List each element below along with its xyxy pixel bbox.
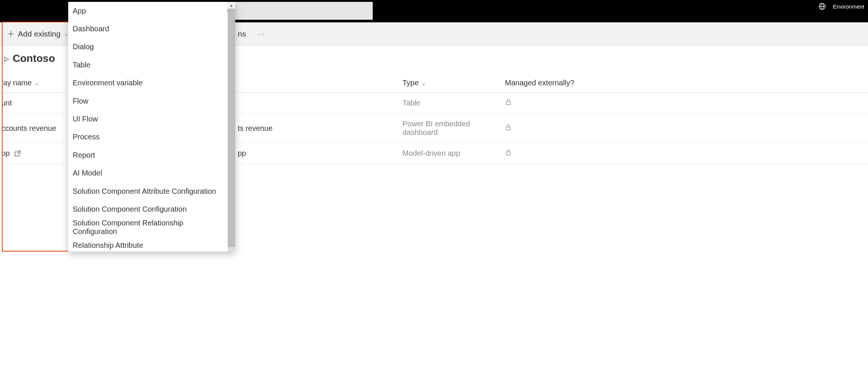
dropdown-item[interactable]: Report — [68, 146, 235, 164]
globe-icon — [818, 2, 826, 10]
dropdown-item-label: Flow — [73, 97, 88, 105]
scroll-up-arrow-icon[interactable]: ▲ — [228, 2, 235, 9]
dropdown-item[interactable]: Solution Component Relationship Configur… — [68, 218, 235, 236]
plus-icon — [7, 31, 14, 37]
row-managed-cell — [505, 149, 868, 158]
svg-rect-5 — [506, 102, 510, 105]
dropdown-item[interactable]: Relationship Attribute — [68, 236, 235, 252]
dropdown-item[interactable]: Dashboard — [68, 20, 235, 38]
chevron-down-icon: ⌄ — [422, 80, 426, 86]
dropdown-item-label: Dialog — [73, 42, 94, 51]
scrollbar-thumb[interactable] — [228, 9, 235, 247]
dropdown-item-label: UI Flow — [73, 115, 98, 123]
dropdown-item[interactable]: UI Flow — [68, 110, 235, 128]
dropdown-item[interactable]: Process — [68, 128, 235, 146]
dropdown-item-label: Report — [73, 151, 95, 159]
column-header-managed[interactable]: Managed externally? — [505, 79, 868, 87]
dropdown-item[interactable]: Table — [68, 56, 235, 74]
dropdown-item[interactable]: Solution Component Configuration — [68, 200, 235, 218]
lock-icon — [505, 124, 512, 131]
dropdown-item[interactable]: Solution Component Attribute Configurati… — [68, 182, 235, 200]
dropdown-item-label: Table — [73, 61, 91, 69]
dropdown-item-label: Solution Component Configuration — [73, 205, 187, 214]
row-name-text-right: ts revenue — [238, 124, 272, 133]
chevron-down-icon: ⌄ — [35, 80, 39, 86]
column-header-type[interactable]: Type ⌄ — [403, 79, 505, 87]
row-type-cell: Power BI embedded dashboard — [403, 120, 505, 137]
row-type-cell: Model-driven app — [403, 149, 505, 158]
dropdown-item-label: Process — [73, 133, 100, 141]
open-external-icon[interactable] — [14, 150, 21, 157]
dropdown-item-label: Environment variable — [73, 79, 143, 87]
svg-rect-7 — [506, 152, 510, 155]
add-existing-label: Add existing — [18, 29, 60, 38]
row-name-text-right: pp — [238, 149, 246, 158]
lock-icon — [505, 149, 512, 156]
row-managed-cell — [505, 99, 868, 107]
page-title: Contoso — [13, 53, 55, 64]
environment-indicator[interactable]: Environment — [818, 2, 864, 10]
dropdown-item-label: Solution Component Relationship Configur… — [73, 219, 228, 236]
add-existing-button[interactable]: Add existing ⌄ — [0, 22, 76, 45]
expand-triangle-icon[interactable]: ▷ — [4, 55, 9, 62]
row-managed-cell — [505, 124, 868, 133]
row-name-text: ccounts revenue — [1, 124, 56, 133]
dropdown-item-label: App — [73, 7, 86, 15]
search-area[interactable] — [235, 2, 373, 20]
dropdown-item[interactable]: Flow — [68, 92, 235, 110]
row-type-cell: Table — [403, 99, 505, 107]
dropdown-item[interactable]: Dialog — [68, 38, 235, 56]
environment-label: Environment — [833, 3, 864, 10]
add-existing-dropdown: App›DashboardDialogTableEnvironment vari… — [68, 2, 235, 252]
row-name-text: unt — [1, 99, 12, 107]
more-commands-button[interactable]: ··· — [257, 30, 265, 38]
svg-rect-6 — [506, 127, 510, 130]
dropdown-item-label: Dashboard — [73, 25, 109, 33]
dropdown-item-label: AI Model — [73, 169, 102, 177]
dropdown-item-label: Solution Component Attribute Configurati… — [73, 187, 216, 196]
dropdown-item[interactable]: Environment variable — [68, 74, 235, 92]
lock-icon — [505, 99, 512, 105]
dropdown-item[interactable]: AI Model — [68, 164, 235, 182]
dropdown-item-label: Relationship Attribute — [73, 241, 143, 250]
dropdown-scrollbar[interactable]: ▲ — [228, 2, 235, 252]
row-name-text: pp — [1, 149, 10, 158]
dropdown-item[interactable]: App› — [68, 2, 235, 20]
command-truncated[interactable]: ns — [238, 29, 246, 38]
